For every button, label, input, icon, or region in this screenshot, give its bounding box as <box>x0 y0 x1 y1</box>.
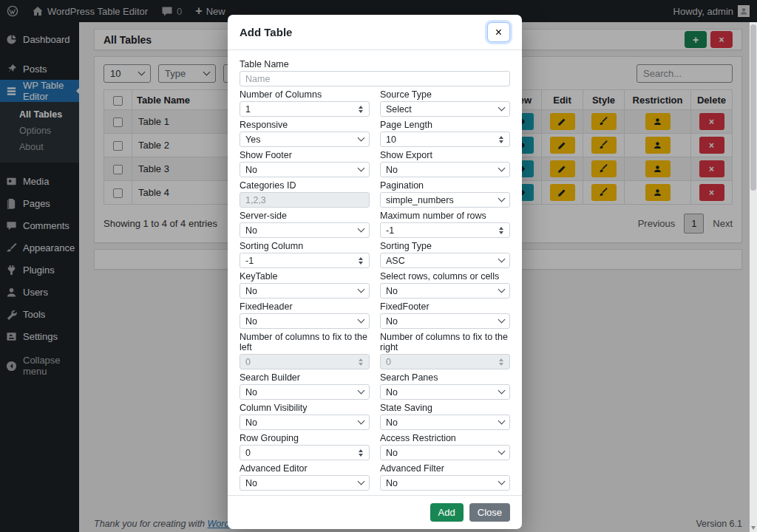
chevron-down-icon <box>498 195 506 202</box>
field-table-name: Table Name <box>240 59 510 86</box>
field-label: Server-side <box>240 211 370 221</box>
field-label: Pagination <box>380 180 510 191</box>
field-label: Search Builder <box>240 372 370 383</box>
field-access-restriction: Access Restriction No <box>380 433 510 460</box>
chevron-down-icon <box>358 387 365 395</box>
number-stepper-icon <box>358 358 364 366</box>
field-fix-right: Number of columns to fix to the right 0 <box>380 332 510 369</box>
field-label: State Saving <box>380 403 510 413</box>
access-restriction-select[interactable]: No <box>380 445 510 460</box>
column-visibility-select[interactable]: No <box>240 415 370 430</box>
modal-footer: Add Close <box>228 495 522 529</box>
state-saving-select[interactable]: No <box>380 415 510 430</box>
responsive-select[interactable]: Yes <box>240 132 370 147</box>
field-column-visibility: Column Visibility No <box>240 403 370 430</box>
number-stepper-icon[interactable] <box>358 106 364 113</box>
field-label: Sorting Column <box>240 241 370 251</box>
field-sorting-column: Sorting Column -1 <box>240 241 370 268</box>
close-button[interactable]: Close <box>469 503 510 522</box>
field-label: Responsive <box>240 120 370 130</box>
field-label: Column Visibility <box>240 403 370 413</box>
modal-close-button[interactable]: × <box>487 22 510 42</box>
fix-left-input: 0 <box>240 354 370 369</box>
modal-title: Add Table <box>240 26 292 38</box>
search-builder-select[interactable]: No <box>240 384 370 400</box>
number-stepper-icon[interactable] <box>498 227 504 234</box>
field-label: FixedHeader <box>240 301 370 312</box>
chevron-down-icon <box>358 417 365 425</box>
sorting-column-input[interactable]: -1 <box>240 253 370 268</box>
number-stepper-icon[interactable] <box>358 257 364 265</box>
advanced-editor-select[interactable]: No <box>240 475 370 491</box>
field-row-grouping: Row Grouping 0 <box>240 433 370 460</box>
chevron-down-icon <box>498 104 506 112</box>
field-server-side: Server-side No <box>240 211 370 238</box>
field-label: Number of columns to fix to the left <box>240 332 370 352</box>
fixedheader-select[interactable]: No <box>240 313 370 329</box>
chevron-down-icon <box>498 256 506 263</box>
modal-body: Table Name Number of Columns 1 Source Ty… <box>228 50 522 495</box>
number-stepper-icon[interactable] <box>498 136 504 143</box>
select-rows-select[interactable]: No <box>380 283 510 299</box>
row-grouping-input[interactable]: 0 <box>240 445 370 460</box>
pagination-select[interactable]: simple_numbers <box>380 192 510 208</box>
table-name-input[interactable] <box>240 71 510 86</box>
number-stepper-icon[interactable] <box>358 449 364 457</box>
field-fixedheader: FixedHeader No <box>240 301 370 329</box>
number-of-columns-input[interactable]: 1 <box>240 101 370 117</box>
chevron-down-icon <box>498 448 506 455</box>
field-source-type: Source Type Select <box>380 89 510 117</box>
field-label: Row Grouping <box>240 433 370 443</box>
field-label: Number of Columns <box>240 89 370 100</box>
scrollbar[interactable] <box>750 22 757 532</box>
field-page-length: Page Length 10 <box>380 120 510 147</box>
chevron-down-icon <box>358 165 365 172</box>
field-state-saving: State Saving No <box>380 403 510 430</box>
add-button[interactable]: Add <box>430 503 464 522</box>
field-label: Page Length <box>380 120 510 130</box>
field-label: Sorting Type <box>380 241 510 251</box>
server-side-select[interactable]: No <box>240 222 370 238</box>
chevron-down-icon <box>498 286 506 293</box>
chevron-down-icon <box>498 165 506 172</box>
close-icon: × <box>495 26 502 39</box>
keytable-select[interactable]: No <box>240 283 370 299</box>
show-export-select[interactable]: No <box>380 162 510 177</box>
field-maximum-number-of-rows: Maximum number of rows -1 <box>380 211 510 238</box>
page-length-input[interactable]: 10 <box>380 132 510 147</box>
sorting-type-select[interactable]: ASC <box>380 253 510 268</box>
number-stepper-icon <box>498 358 504 366</box>
field-label: Show Footer <box>240 150 370 160</box>
source-type-select[interactable]: Select <box>380 101 510 117</box>
advanced-filter-select[interactable]: No <box>380 475 510 491</box>
field-label: Select rows, columns or cells <box>380 271 510 282</box>
field-label: Search Panes <box>380 372 510 383</box>
field-label: Number of columns to fix to the right <box>380 332 510 352</box>
field-number-of-columns: Number of Columns 1 <box>240 89 370 117</box>
fix-right-input: 0 <box>380 354 510 369</box>
field-label: FixedFooter <box>380 301 510 312</box>
field-label: KeyTable <box>240 271 370 282</box>
chevron-down-icon <box>498 417 506 425</box>
fixedfooter-select[interactable]: No <box>380 313 510 329</box>
field-show-footer: Show Footer No <box>240 150 370 177</box>
search-panes-select[interactable]: No <box>380 384 510 400</box>
scrollbar-down-arrow-icon[interactable] <box>751 526 756 530</box>
scrollbar-thumb[interactable] <box>750 24 756 191</box>
field-label: Maximum number of rows <box>380 211 510 221</box>
field-search-panes: Search Panes No <box>380 372 510 400</box>
field-fixedfooter: FixedFooter No <box>380 301 510 329</box>
chevron-down-icon <box>358 286 365 293</box>
chevron-down-icon <box>358 478 365 485</box>
field-search-builder: Search Builder No <box>240 372 370 400</box>
chevron-down-icon <box>358 316 365 324</box>
chevron-down-icon <box>358 134 365 142</box>
field-keytable: KeyTable No <box>240 271 370 299</box>
field-sorting-type: Sorting Type ASC <box>380 241 510 268</box>
categories-id-input <box>240 192 370 208</box>
maximum-rows-input[interactable]: -1 <box>380 222 510 238</box>
field-show-export: Show Export No <box>380 150 510 177</box>
field-select-rows: Select rows, columns or cells No <box>380 271 510 299</box>
show-footer-select[interactable]: No <box>240 162 370 177</box>
field-label: Show Export <box>380 150 510 160</box>
